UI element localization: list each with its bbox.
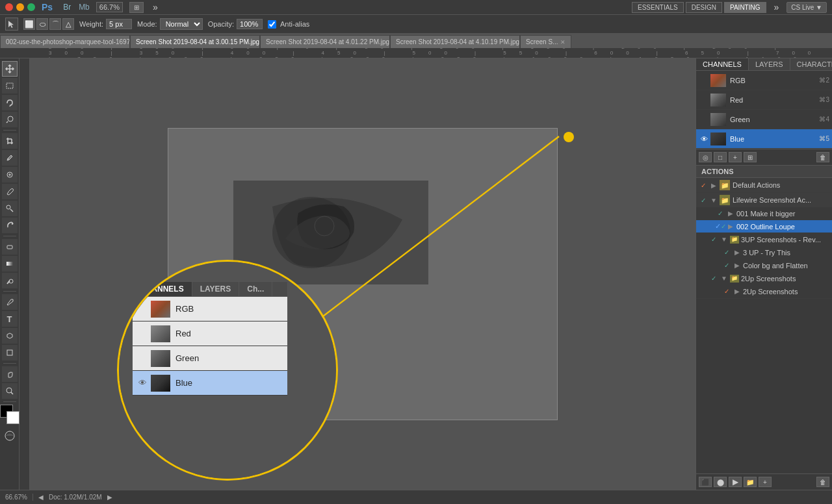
- tool-pen[interactable]: [2, 294, 18, 310]
- quick-mask-btn[interactable]: [2, 428, 18, 444]
- color-swatches[interactable]: [0, 405, 20, 424]
- cs-live-button[interactable]: CS Live ▼: [786, 2, 827, 13]
- tool-history-brush[interactable]: [2, 218, 18, 233]
- tool-gradient[interactable]: [2, 256, 18, 271]
- tab-character[interactable]: CHARACTER: [790, 58, 833, 70]
- 3up-check[interactable]: [709, 235, 718, 244]
- tool-brush[interactable]: [2, 184, 18, 199]
- tool-eraser[interactable]: [2, 239, 18, 255]
- default-actions-check[interactable]: [699, 181, 708, 190]
- action-item-3up-try[interactable]: ▶ 3 UP - Try This: [696, 246, 832, 259]
- weight-input[interactable]: [106, 19, 132, 29]
- color-bg-check[interactable]: [722, 261, 731, 270]
- tool-selector[interactable]: [5, 18, 18, 31]
- make-bigger-check[interactable]: [716, 209, 725, 218]
- tab-4[interactable]: Screen S... ✕: [520, 35, 571, 48]
- poly-lasso-btn[interactable]: △: [62, 18, 74, 30]
- workspace-essentials[interactable]: ESSENTIALS: [632, 2, 684, 13]
- tool-crop[interactable]: [2, 133, 18, 149]
- tool-zoom[interactable]: [2, 383, 18, 399]
- tool-wand[interactable]: [2, 112, 18, 127]
- channel-red-eye[interactable]: [699, 95, 709, 105]
- channel-row-blue[interactable]: 👁 Blue ⌘5: [696, 129, 832, 149]
- actions-new-btn[interactable]: +: [759, 477, 772, 487]
- br-logo[interactable]: Br: [63, 3, 71, 12]
- tool-move[interactable]: [2, 61, 18, 77]
- ch-btn-mask[interactable]: □: [714, 152, 727, 162]
- tool-spot-heal[interactable]: [2, 167, 18, 183]
- tab-0[interactable]: 002-use-the-photoshop-marquee-tool-16976…: [0, 35, 130, 48]
- tool-dodge[interactable]: [2, 273, 18, 288]
- actions-stop-btn[interactable]: ⬛: [699, 477, 712, 487]
- tool-lasso[interactable]: [2, 95, 18, 110]
- channel-row-rgb[interactable]: RGB ⌘2: [696, 71, 832, 90]
- tool-hand[interactable]: [2, 366, 18, 382]
- action-item-make-bigger[interactable]: ▶ 001 Make it bigger: [696, 207, 832, 220]
- tab-channels[interactable]: CHANNELS: [696, 58, 749, 70]
- tool-eyedropper[interactable]: [2, 150, 18, 166]
- maximize-button[interactable]: [27, 3, 35, 11]
- workspace-design[interactable]: DESIGN: [686, 2, 722, 13]
- mb-logo[interactable]: Mb: [79, 3, 90, 12]
- channel-blue-eye[interactable]: 👁: [699, 134, 709, 144]
- lifewire-toggle[interactable]: ▼: [709, 195, 718, 205]
- ch-btn-merge[interactable]: ⊞: [744, 152, 757, 162]
- outline-loupe-check[interactable]: ✓: [716, 222, 725, 231]
- 2up-item-check[interactable]: [722, 287, 731, 296]
- action-item-outline-loupe[interactable]: ✓ ▶ 002 Outline Loupe: [696, 220, 832, 233]
- make-bigger-toggle[interactable]: ▶: [726, 209, 735, 218]
- action-group-lifewire-header[interactable]: ▼ 📁 Lifewire Screenshot Ac...: [696, 193, 832, 207]
- tab-layers[interactable]: LAYERS: [749, 58, 790, 70]
- ch-btn-selection[interactable]: ◎: [699, 152, 712, 162]
- action-group-2up[interactable]: ▼ 📁 2Up Screenshots: [696, 272, 832, 285]
- workspace-more[interactable]: »: [772, 2, 782, 12]
- lifewire-check[interactable]: [699, 195, 708, 205]
- 2up-toggle[interactable]: ▼: [720, 274, 729, 283]
- 2up-check[interactable]: [709, 274, 718, 283]
- default-actions-toggle[interactable]: ▶: [709, 181, 718, 190]
- tab-3[interactable]: Screen Shot 2019-08-04 at 4.10.19 PM.jpg…: [390, 35, 520, 48]
- actions-new-folder-btn[interactable]: 📁: [744, 477, 757, 487]
- lasso-btn[interactable]: ⌒: [49, 18, 61, 30]
- tool-shape[interactable]: [2, 345, 18, 360]
- minimize-button[interactable]: [16, 3, 24, 11]
- tab-close-4[interactable]: ✕: [560, 39, 566, 45]
- outline-loupe-toggle[interactable]: ▶: [726, 222, 735, 231]
- channel-row-green[interactable]: Green ⌘4: [696, 110, 832, 129]
- ch-btn-delete[interactable]: 🗑: [816, 152, 829, 162]
- channel-row-red[interactable]: Red ⌘3: [696, 90, 832, 110]
- status-doc-info[interactable]: Doc: 1.02M/1.02M: [49, 494, 102, 501]
- status-nav-next[interactable]: ▶: [107, 494, 112, 501]
- tool-path-select[interactable]: [2, 328, 18, 344]
- action-group-default-header[interactable]: ▶ 📁 Default Actions: [696, 178, 832, 192]
- channel-green-eye[interactable]: [699, 114, 709, 125]
- ch-btn-new[interactable]: +: [729, 152, 742, 162]
- action-item-color-bg[interactable]: ▶ Color bg and Flatten: [696, 259, 832, 272]
- actions-record-btn[interactable]: ⬤: [714, 477, 727, 487]
- tab-1[interactable]: Screen Shot 2019-08-04 at 3.00.15 PM.jpg…: [130, 35, 260, 48]
- tool-clone[interactable]: [2, 201, 18, 216]
- tool-marquee[interactable]: [2, 78, 18, 94]
- background-color[interactable]: [6, 411, 20, 424]
- status-nav-prev[interactable]: ◀: [38, 494, 44, 501]
- tab-2[interactable]: Screen Shot 2019-08-04 at 4.01.22 PM.jpg…: [260, 35, 390, 48]
- screen-mode-button[interactable]: ⊞: [129, 2, 144, 13]
- 3up-try-check[interactable]: [722, 248, 731, 257]
- actions-delete-btn[interactable]: 🗑: [816, 477, 829, 487]
- ellipse-marquee-btn[interactable]: ⬭: [36, 18, 48, 30]
- channel-rgb-eye[interactable]: [699, 75, 709, 86]
- close-button[interactable]: [5, 3, 13, 11]
- tool-text[interactable]: T: [2, 311, 18, 327]
- more-button[interactable]: »: [150, 2, 161, 12]
- 3up-toggle[interactable]: ▼: [720, 235, 729, 244]
- opacity-input[interactable]: [237, 19, 263, 29]
- rect-marquee-btn[interactable]: ⬜: [23, 18, 35, 30]
- 2up-item-toggle[interactable]: ▶: [733, 287, 742, 296]
- action-item-2up[interactable]: ▶ 2Up Screenshots: [696, 285, 832, 298]
- antialias-checkbox[interactable]: [268, 20, 276, 29]
- 3up-try-toggle[interactable]: ▶: [733, 248, 742, 257]
- workspace-painting[interactable]: PAINTING: [724, 2, 766, 13]
- color-bg-toggle[interactable]: ▶: [733, 261, 742, 270]
- action-group-3up[interactable]: ▼ 📁 3UP Screenshots - Rev...: [696, 233, 832, 246]
- actions-play-btn[interactable]: ▶: [729, 477, 742, 487]
